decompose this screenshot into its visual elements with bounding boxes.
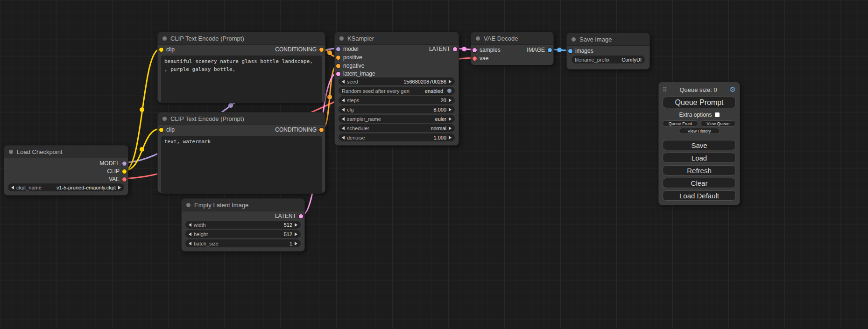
clear-button[interactable]: Clear xyxy=(663,178,736,188)
scheduler-widget[interactable]: scheduler normal xyxy=(339,124,455,132)
settings-gear-icon[interactable]: ⚙ xyxy=(730,85,736,94)
next-arrow-icon[interactable] xyxy=(295,232,297,236)
output-slot-latent[interactable] xyxy=(299,214,303,218)
link-dot xyxy=(327,50,332,55)
widget-name: steps xyxy=(347,98,359,103)
queue-prompt-button[interactable]: Queue Prompt xyxy=(663,97,736,108)
next-arrow-icon[interactable] xyxy=(449,117,452,121)
prev-arrow-icon[interactable] xyxy=(342,98,345,102)
collapse-dot-icon[interactable] xyxy=(476,36,480,41)
output-slot-conditioning[interactable] xyxy=(319,48,324,52)
node-title-bar[interactable]: Load Checkpoint xyxy=(4,146,128,158)
refresh-button[interactable]: Refresh xyxy=(663,165,736,175)
batch-size-widget[interactable]: batch_size 1 xyxy=(185,239,301,247)
prev-arrow-icon[interactable] xyxy=(342,126,345,130)
output-slot-clip[interactable] xyxy=(122,169,127,174)
node-title-bar[interactable]: Empty Latent Image xyxy=(182,199,304,211)
node-vae-decode[interactable]: VAE Decode samples IMAGE vae xyxy=(471,32,554,65)
input-slot-model[interactable] xyxy=(336,47,340,51)
output-slot-image[interactable] xyxy=(548,48,552,52)
prev-arrow-icon[interactable] xyxy=(189,223,191,227)
input-slot-clip[interactable] xyxy=(159,128,163,132)
prev-arrow-icon[interactable] xyxy=(189,242,191,245)
view-queue-button[interactable]: View Queue xyxy=(700,120,736,126)
output-slot-latent[interactable] xyxy=(453,47,457,51)
extra-options-checkbox[interactable] xyxy=(715,112,720,117)
width-widget[interactable]: width 512 xyxy=(185,221,301,229)
prompt-textarea[interactable]: text, watermark xyxy=(161,136,322,194)
input-slot-negative[interactable] xyxy=(336,64,340,68)
widget-name: scheduler xyxy=(347,126,369,131)
node-clip-text-encode-negative[interactable]: CLIP Text Encode (Prompt) clip CONDITION… xyxy=(157,112,325,193)
input-slot-positive[interactable] xyxy=(336,56,340,60)
node-load-checkpoint[interactable]: Load Checkpoint MODEL CLIP VAE ckpt_name… xyxy=(4,145,128,196)
prompt-textarea[interactable]: beautiful scenery nature glass bottle la… xyxy=(161,56,322,103)
prev-arrow-icon[interactable] xyxy=(342,136,345,140)
node-title-bar[interactable]: CLIP Text Encode (Prompt) xyxy=(158,112,325,125)
drag-handle-icon[interactable]: ⠿ xyxy=(663,86,667,93)
output-slot-conditioning[interactable] xyxy=(319,128,324,132)
next-arrow-icon[interactable] xyxy=(449,108,452,112)
node-title-bar[interactable]: VAE Decode xyxy=(471,32,553,45)
widget-name: batch_size xyxy=(194,241,219,246)
next-arrow-icon[interactable] xyxy=(118,186,121,189)
random-seed-toggle[interactable]: Random seed after every gen enabled xyxy=(339,87,455,95)
input-slot-images[interactable] xyxy=(568,49,572,53)
widget-name: denoise xyxy=(347,135,365,140)
steps-widget[interactable]: steps 20 xyxy=(339,96,455,104)
collapse-dot-icon[interactable] xyxy=(9,150,13,154)
widget-name: width xyxy=(194,222,206,228)
prev-arrow-icon[interactable] xyxy=(342,108,345,112)
next-arrow-icon[interactable] xyxy=(449,126,452,130)
input-slot-clip[interactable] xyxy=(159,48,163,52)
input-label: negative xyxy=(343,63,364,69)
seed-widget[interactable]: seed 156680208700286 xyxy=(339,77,455,85)
queue-front-button[interactable]: Queue Front xyxy=(663,120,698,126)
slot-row: model LATENT xyxy=(336,45,457,53)
node-ksampler[interactable]: KSampler model LATENT positive negative … xyxy=(334,32,459,146)
filename-prefix-widget[interactable]: filename_prefix ComfyUI xyxy=(572,56,645,63)
next-arrow-icon[interactable] xyxy=(295,242,297,245)
output-label: CONDITIONING xyxy=(275,126,317,133)
next-arrow-icon[interactable] xyxy=(295,223,297,227)
prev-arrow-icon[interactable] xyxy=(11,186,14,189)
prev-arrow-icon[interactable] xyxy=(342,80,345,84)
ckpt-name-widget[interactable]: ckpt_name v1-5-pruned-emaonly.ckpt xyxy=(8,183,124,191)
widget-name: cfg xyxy=(347,107,354,112)
next-arrow-icon[interactable] xyxy=(449,80,452,84)
node-clip-text-encode-positive[interactable]: CLIP Text Encode (Prompt) clip CONDITION… xyxy=(157,32,325,103)
node-empty-latent-image[interactable]: Empty Latent Image LATENT width 512 heig… xyxy=(181,198,305,252)
collapse-dot-icon[interactable] xyxy=(186,203,191,207)
toggle-dot-icon[interactable] xyxy=(447,89,452,93)
output-slot-vae[interactable] xyxy=(122,177,127,182)
collapse-dot-icon[interactable] xyxy=(162,117,167,121)
denoise-widget[interactable]: denoise 1.000 xyxy=(339,133,455,141)
node-title-bar[interactable]: CLIP Text Encode (Prompt) xyxy=(158,32,325,45)
extra-options-row: Extra options xyxy=(663,112,736,118)
input-slot-samples[interactable] xyxy=(473,48,477,52)
load-button[interactable]: Load xyxy=(663,153,736,163)
node-title-bar[interactable]: KSampler xyxy=(335,32,459,45)
next-arrow-icon[interactable] xyxy=(449,98,452,102)
next-arrow-icon[interactable] xyxy=(449,136,452,140)
output-label: CONDITIONING xyxy=(275,46,317,53)
output-slot-model[interactable] xyxy=(122,161,127,166)
node-save-image[interactable]: Save Image images filename_prefix ComfyU… xyxy=(566,33,650,70)
input-label: vae xyxy=(480,55,488,62)
load-default-button[interactable]: Load Default xyxy=(663,190,736,201)
input-slot-latent-image[interactable] xyxy=(336,72,340,76)
collapse-dot-icon[interactable] xyxy=(339,36,344,41)
sampler-name-widget[interactable]: sampler_name euler xyxy=(339,115,455,123)
prev-arrow-icon[interactable] xyxy=(342,117,345,121)
height-widget[interactable]: height 512 xyxy=(185,230,301,238)
output-label: IMAGE xyxy=(527,47,545,53)
save-button[interactable]: Save xyxy=(663,140,736,150)
node-title-bar[interactable]: Save Image xyxy=(567,33,649,46)
collapse-dot-icon[interactable] xyxy=(572,37,576,42)
collapse-dot-icon[interactable] xyxy=(162,36,167,41)
prev-arrow-icon[interactable] xyxy=(189,232,191,236)
view-history-button[interactable]: View History xyxy=(679,128,720,134)
cfg-widget[interactable]: cfg 8.000 xyxy=(339,105,455,113)
input-slot-vae[interactable] xyxy=(473,56,477,61)
slot-row: vae xyxy=(473,55,552,62)
